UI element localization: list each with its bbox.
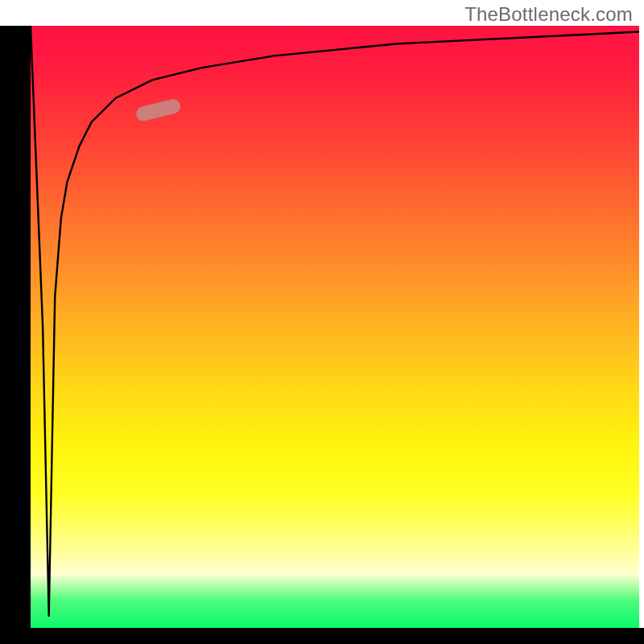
y-axis xyxy=(0,26,31,628)
plot-area xyxy=(31,26,639,628)
marker-pill xyxy=(134,97,182,122)
x-axis xyxy=(0,628,644,644)
chart-container: TheBottleneck.com xyxy=(0,0,644,644)
svg-rect-0 xyxy=(134,97,182,122)
watermark-text: TheBottleneck.com xyxy=(464,3,633,26)
series-path xyxy=(31,26,639,616)
curve-svg xyxy=(31,26,639,628)
